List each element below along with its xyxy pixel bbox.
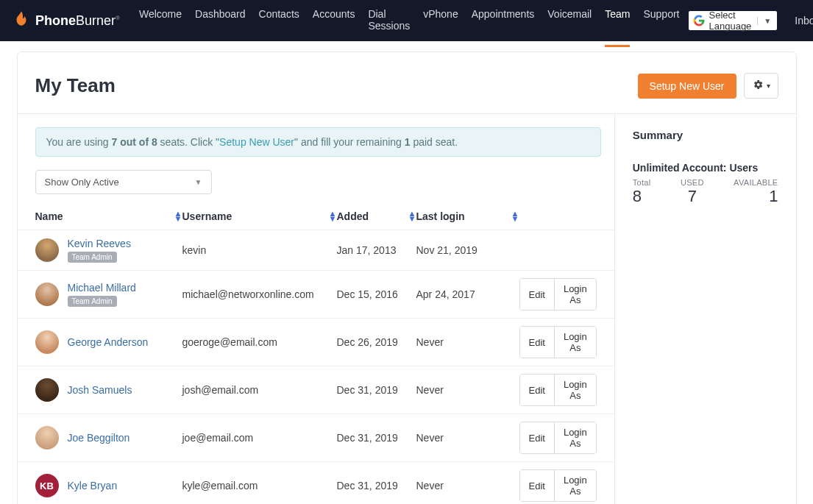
- added-cell: Dec 31, 2019: [337, 480, 416, 491]
- table-row: Josh Samuelsjosh@email.comDec 31, 2019Ne…: [18, 366, 614, 414]
- sort-icon: ▲▼: [329, 211, 337, 221]
- page-card: My Team Setup New User ▾ You are using 7…: [17, 52, 797, 504]
- page-header: My Team Setup New User ▾: [18, 52, 796, 113]
- nav-item-dashboard[interactable]: Dashboard: [195, 0, 246, 47]
- th-added[interactable]: Added ▲▼: [337, 210, 416, 222]
- user-name-link[interactable]: Kyle Bryan: [68, 480, 182, 491]
- th-username-label: Username: [182, 210, 232, 222]
- action-button-group: EditLogin As: [519, 278, 597, 310]
- seats-alert: You are using 7 out of 8 seats. Click "S…: [35, 127, 601, 157]
- chevron-down-icon: ▼: [757, 17, 777, 25]
- last-login-cell: Never: [416, 384, 519, 396]
- th-username[interactable]: Username ▲▼: [182, 210, 337, 222]
- language-selector[interactable]: Select Language ▼: [689, 11, 778, 30]
- user-name-link[interactable]: Kevin Reeves: [68, 238, 182, 249]
- nav-item-contacts[interactable]: Contacts: [259, 0, 299, 47]
- user-name-link[interactable]: Joe Beggilton: [68, 432, 182, 444]
- setup-new-user-button[interactable]: Setup New User: [638, 74, 736, 99]
- avatar: [35, 378, 59, 402]
- alert-link[interactable]: Setup New User: [219, 136, 294, 148]
- added-cell: Dec 31, 2019: [337, 432, 416, 444]
- last-login-cell: Apr 24, 2017: [416, 288, 519, 300]
- actions-cell: EditLogin As: [519, 374, 597, 406]
- avatar: KB: [35, 474, 59, 497]
- gear-icon: [752, 79, 764, 93]
- edit-button[interactable]: Edit: [520, 279, 554, 310]
- summary-used-value: 7: [681, 187, 704, 206]
- name-cell: Michael MillardTeam Admin: [68, 282, 182, 307]
- settings-gear-button[interactable]: ▾: [744, 73, 778, 99]
- main-column: You are using 7 out of 8 seats. Click "S…: [18, 113, 614, 504]
- user-name-link[interactable]: Michael Millard: [68, 282, 182, 294]
- nav-item-voicemail[interactable]: Voicemail: [547, 0, 592, 47]
- login-as-button[interactable]: Login As: [554, 470, 596, 501]
- alert-text: and fill your remaining: [298, 136, 405, 148]
- username-cell: josh@email.com: [182, 384, 337, 396]
- actions-cell: EditLogin As: [519, 326, 597, 358]
- summary-total-value: 8: [633, 187, 651, 206]
- username-cell: goeroge@email.com: [182, 336, 337, 348]
- nav-item-vphone[interactable]: vPhone: [423, 0, 458, 47]
- nav-item-dial-sessions[interactable]: Dial Sessions: [368, 0, 410, 47]
- nav-item-support[interactable]: Support: [643, 0, 679, 47]
- username-cell: michael@networxonline.com: [182, 288, 337, 300]
- actions-cell: EditLogin As: [519, 278, 597, 310]
- brand-logo[interactable]: PhoneBurner®: [12, 10, 120, 32]
- brand-text-light: Burner: [76, 13, 116, 28]
- brand-text-bold: Phone: [35, 13, 76, 28]
- action-button-group: EditLogin As: [519, 374, 597, 406]
- login-as-button[interactable]: Login As: [554, 279, 596, 310]
- filter-select[interactable]: Show Only Active ▼: [35, 170, 212, 194]
- added-cell: Dec 31, 2019: [337, 384, 416, 396]
- nav-item-appointments[interactable]: Appointments: [472, 0, 535, 47]
- last-login-cell: Never: [416, 480, 519, 491]
- username-cell: kevin: [182, 244, 337, 256]
- th-login[interactable]: Last login ▲▼: [416, 210, 519, 222]
- last-login-cell: Nov 21, 2019: [416, 244, 519, 256]
- alert-text: paid seat.: [411, 136, 458, 148]
- edit-button[interactable]: Edit: [520, 327, 554, 358]
- summary-total-label: Total: [633, 178, 651, 187]
- last-login-cell: Never: [416, 432, 519, 444]
- top-nav: PhoneBurner® WelcomeDashboardContactsAcc…: [0, 0, 813, 41]
- login-as-button[interactable]: Login As: [554, 327, 596, 358]
- sort-icon: ▲▼: [511, 211, 519, 221]
- summary-available-label: AVAILABLE: [734, 178, 778, 187]
- avatar: [35, 283, 59, 306]
- action-button-group: EditLogin As: [519, 422, 597, 454]
- team-admin-badge: Team Admin: [68, 252, 117, 263]
- table-body: Kevin ReevesTeam AdminkevinJan 17, 2013N…: [18, 230, 614, 504]
- nav-items: WelcomeDashboardContactsAccountsDial Ses…: [139, 0, 680, 47]
- inbox-link[interactable]: Inbox: [795, 15, 813, 26]
- page-title: My Team: [35, 74, 116, 97]
- name-cell: Kevin ReevesTeam Admin: [68, 238, 182, 263]
- summary-sidebar: Summary Unlimited Account: Users Total 8…: [614, 113, 796, 504]
- sort-icon: ▲▼: [174, 211, 182, 221]
- flame-icon: [12, 10, 31, 32]
- avatar: [35, 330, 59, 354]
- name-cell: George Anderson: [68, 336, 182, 348]
- login-as-button[interactable]: Login As: [554, 375, 596, 405]
- username-cell: kyle@email.com: [182, 480, 337, 491]
- table-row: George Andersongoeroge@email.comDec 26, …: [18, 319, 614, 366]
- table-row: Kevin ReevesTeam AdminkevinJan 17, 2013N…: [18, 230, 614, 271]
- edit-button[interactable]: Edit: [520, 375, 554, 405]
- nav-item-team[interactable]: Team: [605, 0, 630, 47]
- avatar: [35, 238, 59, 262]
- summary-available-value: 1: [734, 187, 778, 206]
- login-as-button[interactable]: Login As: [554, 422, 596, 453]
- table-row: Michael MillardTeam Adminmichael@networx…: [18, 271, 614, 319]
- th-added-label: Added: [337, 210, 369, 222]
- user-name-link[interactable]: Josh Samuels: [68, 384, 182, 396]
- nav-item-welcome[interactable]: Welcome: [139, 0, 182, 47]
- table-row: Joe Beggiltonjoe@email.comDec 31, 2019Ne…: [18, 414, 614, 462]
- nav-item-accounts[interactable]: Accounts: [313, 0, 355, 47]
- alert-count: 7 out of 8: [112, 136, 157, 148]
- summary-account: Unlimited Account: Users: [633, 162, 778, 174]
- actions-cell: EditLogin As: [519, 422, 597, 454]
- edit-button[interactable]: Edit: [520, 470, 554, 501]
- edit-button[interactable]: Edit: [520, 422, 554, 453]
- team-admin-badge: Team Admin: [68, 296, 117, 307]
- th-name[interactable]: Name ▲▼: [35, 210, 182, 222]
- user-name-link[interactable]: George Anderson: [68, 336, 182, 348]
